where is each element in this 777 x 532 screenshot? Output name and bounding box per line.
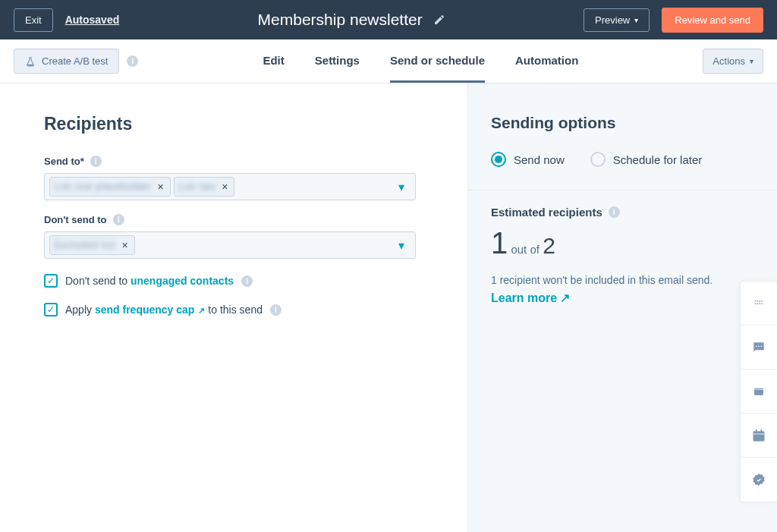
send-to-label: Send to* <box>44 156 84 167</box>
svg-point-8 <box>756 345 757 347</box>
edit-title-icon[interactable] <box>433 14 445 26</box>
info-icon[interactable]: i <box>241 275 253 287</box>
svg-point-7 <box>761 303 763 304</box>
external-link-icon: ↗ <box>560 291 570 305</box>
radio-label: Send now <box>514 153 565 166</box>
info-icon[interactable]: i <box>270 304 282 316</box>
svg-point-6 <box>759 303 760 304</box>
autosaved-status[interactable]: Autosaved <box>65 14 120 26</box>
page-title: Membership newsletter <box>258 11 423 29</box>
caret-down-icon: ▾ <box>398 180 404 194</box>
right-rail <box>740 281 777 502</box>
preview-button[interactable]: Preview ▾ <box>584 8 650 32</box>
info-icon[interactable]: i <box>90 156 102 167</box>
svg-point-10 <box>761 345 763 347</box>
count-mid: out of <box>511 243 539 256</box>
info-icon[interactable]: i <box>127 55 138 67</box>
unengaged-text: Don't send to unengaged contacts <box>65 275 234 287</box>
sending-panel: Sending options Send now Schedule for la… <box>467 83 777 532</box>
svg-rect-15 <box>756 429 757 432</box>
external-link-icon: ↗ <box>196 306 205 315</box>
tab-settings[interactable]: Settings <box>315 40 360 83</box>
svg-rect-16 <box>761 429 763 432</box>
estimated-count: 1 out of 2 <box>491 226 754 260</box>
preview-label: Preview <box>595 14 630 26</box>
rail-badge-icon[interactable] <box>741 458 777 502</box>
rail-chat-icon[interactable] <box>741 326 777 370</box>
svg-point-2 <box>759 300 760 301</box>
tab-send-or-schedule[interactable]: Send or schedule <box>390 40 485 83</box>
unengaged-checkbox-row: ✓ Don't send to unengaged contacts i <box>44 274 451 288</box>
radio-send-now[interactable]: Send now <box>491 152 565 167</box>
text-prefix: Apply <box>65 304 95 316</box>
send-to-chip: List one placeholder × <box>49 177 171 197</box>
recipients-note: 1 recipient won't be included in this em… <box>491 274 754 286</box>
chip-text: Excluded list <box>55 240 115 250</box>
chevron-down-icon: ▾ <box>750 57 753 65</box>
exit-button[interactable]: Exit <box>14 8 53 32</box>
info-icon[interactable]: i <box>609 206 620 218</box>
actions-dropdown[interactable]: Actions ▾ <box>703 49 763 74</box>
svg-point-1 <box>757 300 758 301</box>
actions-label: Actions <box>713 55 745 67</box>
count-total: 2 <box>543 233 555 258</box>
tab-edit[interactable]: Edit <box>263 40 284 83</box>
send-to-chip: List two × <box>174 177 235 197</box>
svg-rect-12 <box>754 388 763 390</box>
dont-send-chip: Excluded list × <box>49 235 135 255</box>
svg-point-9 <box>758 345 760 347</box>
caret-down-icon: ▾ <box>398 238 404 253</box>
rail-calendar-icon[interactable] <box>741 414 777 458</box>
chip-text: List one placeholder <box>55 181 151 192</box>
dont-send-label: Don't send to <box>44 214 107 225</box>
sending-heading: Sending options <box>491 114 754 132</box>
frequency-cap-row: ✓ Apply send frequency cap ↗ to this sen… <box>44 303 451 316</box>
svg-rect-14 <box>753 433 765 434</box>
tabs: Edit Settings Send or schedule Automatio… <box>138 40 703 83</box>
text-suffix: to this send <box>205 304 263 316</box>
radio-dot-icon <box>491 152 506 167</box>
frequency-checkbox[interactable]: ✓ <box>44 303 58 316</box>
dont-send-select[interactable]: Excluded list × ▾ <box>44 231 416 259</box>
svg-point-0 <box>754 300 756 301</box>
frequency-link[interactable]: send frequency cap ↗ <box>95 304 206 316</box>
count-included: 1 <box>491 226 508 260</box>
radio-schedule[interactable]: Schedule for later <box>590 152 703 167</box>
remove-chip-icon[interactable]: × <box>220 181 229 193</box>
rail-keyboard-icon[interactable] <box>741 282 777 326</box>
frequency-text: Apply send frequency cap ↗ to this send <box>65 304 263 316</box>
send-to-select[interactable]: List one placeholder × List two × ▾ <box>44 173 416 200</box>
recipients-panel: Recipients Send to* i List one placehold… <box>0 83 467 532</box>
radio-label: Schedule for later <box>613 153 703 166</box>
info-icon[interactable]: i <box>113 214 124 225</box>
svg-point-3 <box>761 300 763 301</box>
recipients-heading: Recipients <box>44 114 451 134</box>
flask-icon <box>25 56 36 67</box>
text-prefix: Don't send to <box>65 275 131 287</box>
rail-panel-icon[interactable] <box>741 370 777 414</box>
learn-more-link[interactable]: Learn more ↗ <box>491 291 570 305</box>
review-send-button[interactable]: Review and send <box>662 8 763 33</box>
remove-chip-icon[interactable]: × <box>120 239 129 251</box>
secondary-bar: Create A/B test i Edit Settings Send or … <box>0 39 777 83</box>
chip-text: List two <box>179 181 216 192</box>
learn-more-text: Learn more <box>491 291 557 305</box>
svg-rect-13 <box>753 431 765 441</box>
unengaged-checkbox[interactable]: ✓ <box>44 274 58 288</box>
svg-point-4 <box>754 303 756 304</box>
radio-dot-icon <box>590 152 606 167</box>
tab-automation[interactable]: Automation <box>515 40 578 83</box>
unengaged-link[interactable]: unengaged contacts <box>131 275 234 287</box>
main-content: Recipients Send to* i List one placehold… <box>0 83 777 532</box>
topbar: Exit Autosaved Membership newsletter Pre… <box>0 0 777 39</box>
remove-chip-icon[interactable]: × <box>156 181 165 193</box>
divider <box>468 190 777 190</box>
create-ab-test-button[interactable]: Create A/B test <box>14 49 119 74</box>
svg-point-5 <box>757 303 758 304</box>
ab-label: Create A/B test <box>42 55 108 67</box>
estimated-label: Estimated recipients <box>491 206 602 219</box>
chevron-down-icon: ▾ <box>634 16 638 24</box>
